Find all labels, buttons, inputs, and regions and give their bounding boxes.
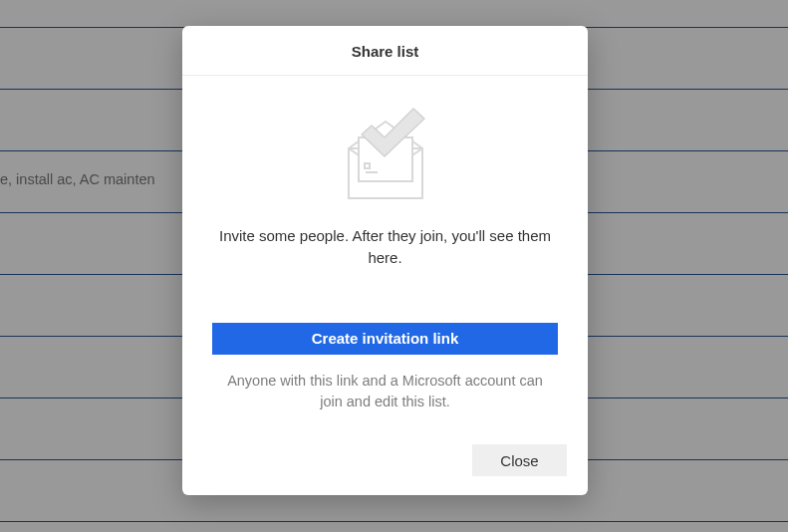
dialog-body: Invite some people. After they join, you…	[182, 76, 588, 444]
dialog-header: Share list	[182, 26, 588, 76]
dialog-title: Share list	[182, 43, 588, 60]
envelope-checkmark-icon	[336, 104, 435, 203]
invite-description: Invite some people. After they join, you…	[212, 225, 558, 269]
share-list-dialog: Share list Invite some people. After the…	[182, 26, 588, 495]
link-permission-hint: Anyone with this link and a Microsoft ac…	[212, 371, 558, 414]
create-invitation-link-button[interactable]: Create invitation link	[212, 323, 558, 355]
dialog-footer: Close	[182, 444, 588, 495]
close-button[interactable]: Close	[472, 444, 567, 476]
